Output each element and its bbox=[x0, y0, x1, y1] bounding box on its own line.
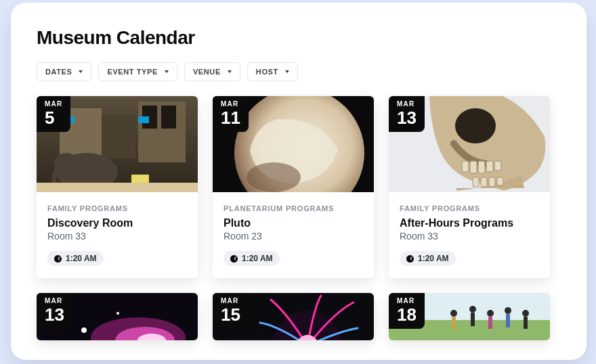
event-time: 1:20 AM bbox=[242, 254, 273, 263]
event-thumbnail: MAR 18 bbox=[389, 293, 550, 340]
svg-rect-5 bbox=[102, 115, 135, 158]
svg-rect-45 bbox=[471, 313, 475, 326]
clock-icon bbox=[406, 255, 414, 263]
date-month: MAR bbox=[397, 100, 417, 108]
svg-rect-27 bbox=[497, 177, 503, 185]
chevron-down-icon bbox=[228, 70, 232, 73]
date-day: 15 bbox=[221, 306, 240, 323]
event-time-chip: 1:20 AM bbox=[224, 251, 280, 266]
date-badge: MAR 13 bbox=[389, 96, 425, 132]
event-title: After-Hours Programs bbox=[400, 217, 539, 229]
event-card[interactable]: MAR 5 FAMILY PROGRAMS Discovery Room Roo… bbox=[37, 96, 198, 278]
filter-dates[interactable]: DATES bbox=[37, 62, 91, 81]
svg-rect-7 bbox=[138, 116, 149, 123]
chevron-down-icon bbox=[79, 70, 83, 73]
chevron-down-icon bbox=[285, 70, 289, 73]
svg-point-18 bbox=[455, 108, 496, 143]
event-card[interactable]: MAR 13 FAMILY PROGRAMS After-Hours Progr… bbox=[389, 96, 550, 278]
date-badge: MAR 13 bbox=[37, 293, 72, 329]
date-day: 11 bbox=[221, 109, 240, 127]
filter-host[interactable]: HOST bbox=[247, 62, 298, 81]
svg-rect-20 bbox=[470, 161, 477, 173]
event-category: FAMILY PROGRAMS bbox=[400, 204, 539, 212]
svg-point-50 bbox=[522, 310, 529, 317]
svg-rect-43 bbox=[452, 317, 456, 329]
event-time-chip: 1:20 AM bbox=[400, 251, 456, 266]
filter-label: VENUE bbox=[193, 68, 221, 76]
event-room: Room 33 bbox=[400, 231, 539, 242]
svg-rect-23 bbox=[494, 161, 501, 170]
svg-rect-4 bbox=[161, 106, 176, 129]
event-time-chip: 1:20 AM bbox=[47, 251, 104, 266]
calendar-panel: Museum Calendar DATES EVENT TYPE VENUE H… bbox=[11, 3, 587, 360]
svg-point-29 bbox=[81, 327, 87, 333]
date-day: 13 bbox=[397, 109, 417, 127]
event-card[interactable]: MAR 18 bbox=[389, 293, 550, 340]
event-title: Pluto bbox=[224, 217, 363, 229]
clock-icon bbox=[54, 255, 62, 263]
event-card-body: FAMILY PROGRAMS Discovery Room Room 33 1… bbox=[37, 192, 198, 278]
svg-point-46 bbox=[487, 310, 494, 317]
event-category: PLANETARIUM PROGRAMS bbox=[224, 204, 363, 212]
filter-venue[interactable]: VENUE bbox=[184, 62, 240, 81]
event-time: 1:20 AM bbox=[66, 254, 97, 263]
event-thumbnail: MAR 11 bbox=[213, 96, 374, 192]
svg-rect-12 bbox=[37, 183, 198, 192]
chevron-down-icon bbox=[165, 70, 169, 73]
event-time: 1:20 AM bbox=[418, 254, 449, 263]
date-badge: MAR 11 bbox=[213, 96, 249, 132]
filter-label: DATES bbox=[45, 68, 72, 76]
svg-point-42 bbox=[450, 310, 457, 317]
svg-point-48 bbox=[505, 307, 511, 314]
event-thumbnail: MAR 13 bbox=[37, 293, 198, 340]
clock-icon bbox=[230, 255, 238, 263]
event-card[interactable]: MAR 11 PLANETARIUM PROGRAMS Pluto Room 2… bbox=[213, 96, 374, 278]
date-month: MAR bbox=[221, 100, 240, 108]
event-card-body: PLANETARIUM PROGRAMS Pluto Room 23 1:20 … bbox=[213, 192, 374, 278]
event-thumbnail: MAR 15 bbox=[213, 293, 374, 340]
svg-rect-24 bbox=[473, 177, 479, 187]
svg-rect-51 bbox=[524, 317, 528, 329]
date-badge: MAR 18 bbox=[389, 293, 425, 329]
event-thumbnail: MAR 13 bbox=[389, 96, 550, 192]
events-grid: MAR 5 FAMILY PROGRAMS Discovery Room Roo… bbox=[37, 96, 561, 340]
svg-rect-19 bbox=[462, 161, 469, 172]
svg-rect-21 bbox=[478, 161, 485, 173]
svg-point-31 bbox=[116, 312, 119, 315]
filter-bar: DATES EVENT TYPE VENUE HOST bbox=[37, 62, 561, 81]
svg-rect-25 bbox=[481, 177, 487, 187]
filter-label: EVENT TYPE bbox=[107, 68, 157, 76]
filter-event-type[interactable]: EVENT TYPE bbox=[98, 62, 177, 81]
svg-rect-22 bbox=[486, 161, 493, 172]
date-month: MAR bbox=[45, 297, 64, 304]
page-title: Museum Calendar bbox=[37, 27, 561, 49]
svg-rect-49 bbox=[506, 314, 510, 327]
date-badge: MAR 5 bbox=[37, 96, 70, 132]
event-category: FAMILY PROGRAMS bbox=[47, 204, 187, 212]
svg-rect-26 bbox=[489, 177, 495, 187]
event-room: Room 23 bbox=[224, 231, 363, 242]
date-day: 5 bbox=[45, 109, 62, 127]
svg-rect-13 bbox=[131, 175, 149, 183]
filter-label: HOST bbox=[256, 68, 278, 76]
svg-point-16 bbox=[247, 162, 301, 192]
date-month: MAR bbox=[397, 297, 417, 304]
event-title: Discovery Room bbox=[47, 217, 187, 229]
date-day: 18 bbox=[397, 306, 417, 323]
event-thumbnail: MAR 5 bbox=[37, 96, 198, 192]
date-day: 13 bbox=[45, 306, 64, 323]
event-room: Room 33 bbox=[47, 231, 187, 242]
svg-point-44 bbox=[469, 306, 476, 313]
event-card[interactable]: MAR 15 bbox=[213, 293, 374, 340]
svg-rect-47 bbox=[488, 317, 492, 329]
date-month: MAR bbox=[45, 100, 62, 108]
event-card-body: FAMILY PROGRAMS After-Hours Programs Roo… bbox=[389, 192, 550, 278]
date-month: MAR bbox=[221, 297, 240, 304]
event-card[interactable]: MAR 13 bbox=[37, 293, 198, 340]
date-badge: MAR 15 bbox=[213, 293, 249, 329]
